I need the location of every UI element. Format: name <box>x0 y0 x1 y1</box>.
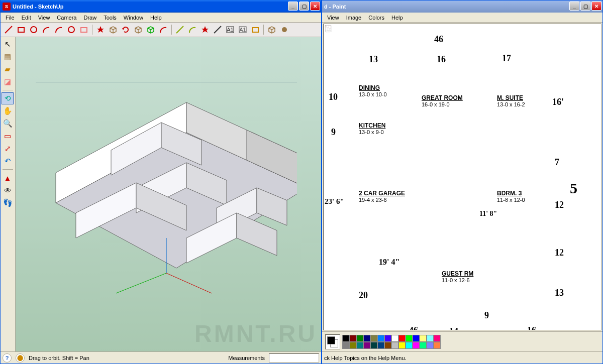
menu-image[interactable]: Image <box>343 14 365 22</box>
palette-color[interactable] <box>398 342 406 349</box>
paint-bucket-tool[interactable]: ▰ <box>2 63 14 75</box>
info-icon[interactable]: ⬤ <box>16 353 25 362</box>
protractor-tool[interactable] <box>186 24 198 36</box>
paint-canvas[interactable]: DINING13-0 x 10-0GREAT ROOM16-0 x 19-0M.… <box>323 24 601 330</box>
menu-help[interactable]: Help <box>388 14 406 22</box>
tape-tool[interactable] <box>174 24 186 36</box>
rectangle-tool[interactable] <box>15 24 27 36</box>
palette-color[interactable] <box>342 342 349 349</box>
palette-color[interactable] <box>370 335 377 342</box>
menu-draw[interactable]: Draw <box>80 14 99 22</box>
rotate-tool[interactable] <box>120 24 132 36</box>
paint-titlebar[interactable]: d - Paint _ ▢ ✕ <box>322 1 602 13</box>
menu-camera[interactable]: Camera <box>54 14 79 22</box>
component-tool[interactable] <box>266 24 278 36</box>
3dtext-tool[interactable]: A1 <box>237 24 249 36</box>
measurements-label: Measurements <box>228 355 265 361</box>
palette-color[interactable] <box>370 342 377 349</box>
orbit-tool[interactable]: ⟲ <box>2 92 14 104</box>
menu-colors[interactable]: Colors <box>365 14 387 22</box>
arc-tool[interactable] <box>40 24 52 36</box>
svg-marker-27 <box>237 213 277 256</box>
polygon-tool[interactable] <box>65 24 77 36</box>
palette-color[interactable] <box>427 335 434 342</box>
previous-view-tool[interactable]: ↶ <box>2 155 14 167</box>
freehand-tool[interactable] <box>53 24 65 36</box>
palette-color[interactable] <box>356 342 363 349</box>
axes-tool[interactable] <box>199 24 211 36</box>
palette-color[interactable] <box>363 335 370 342</box>
palette-color[interactable] <box>384 342 391 349</box>
circle-tool[interactable] <box>28 24 40 36</box>
make-component-tool[interactable]: ▦ <box>2 51 14 63</box>
look-around-tool[interactable]: 👁 <box>2 184 14 196</box>
menu-view[interactable]: View <box>35 14 53 22</box>
menu-window[interactable]: Window <box>121 14 146 22</box>
palette-color[interactable] <box>377 342 384 349</box>
zoom-extents-tool[interactable]: ⤢ <box>2 143 14 155</box>
paint-title: d - Paint <box>324 4 346 10</box>
position-camera-tool[interactable]: ▲ <box>2 172 14 184</box>
palette-color[interactable] <box>349 335 356 342</box>
status-hint: Drag to orbit. Shift = Pan <box>29 355 129 361</box>
palette-color[interactable] <box>391 342 398 349</box>
palette-color[interactable] <box>420 335 427 342</box>
pushpull-tool[interactable] <box>107 24 119 36</box>
zoom-tool[interactable]: 🔍 <box>2 117 14 130</box>
palette-color[interactable] <box>413 335 420 342</box>
menu-tools[interactable]: Tools <box>100 14 120 22</box>
measurements-field[interactable] <box>269 353 319 362</box>
minimize-button[interactable]: _ <box>569 2 579 11</box>
svg-line-0 <box>5 26 12 33</box>
move-tool[interactable] <box>94 24 107 36</box>
palette-color[interactable] <box>363 342 370 349</box>
close-button[interactable]: ✕ <box>310 2 320 11</box>
palette-color[interactable] <box>434 342 441 349</box>
palette-color[interactable] <box>349 342 356 349</box>
pan-tool[interactable]: ✋ <box>2 105 14 117</box>
current-colors[interactable] <box>325 334 340 349</box>
palette-color[interactable] <box>406 335 413 342</box>
paint-menubar: ViewImageColorsHelp <box>322 13 602 23</box>
palette-color[interactable] <box>406 342 413 349</box>
palette-color[interactable] <box>398 335 406 342</box>
followme-tool[interactable] <box>132 24 144 36</box>
dimension-annotation: 46 <box>434 34 443 45</box>
maximize-button[interactable]: ▢ <box>580 2 590 11</box>
sketchup-titlebar[interactable]: S Untitled - SketchUp _ ▢ ✕ <box>1 1 321 13</box>
scale-tool[interactable] <box>145 24 157 36</box>
svg-rect-44 <box>329 26 331 29</box>
dimension-tool[interactable] <box>212 24 224 36</box>
paint-tool[interactable] <box>278 24 290 36</box>
help-icon[interactable]: ? <box>3 353 12 362</box>
palette-color[interactable] <box>377 335 384 342</box>
eraser-tool[interactable] <box>78 24 90 36</box>
palette-color[interactable] <box>384 335 391 342</box>
palette-color[interactable] <box>391 335 398 342</box>
dimension-annotation: 5 <box>570 180 577 197</box>
line-tool[interactable] <box>3 24 15 36</box>
dimension-annotation: 23' 6" <box>325 197 344 206</box>
palette-color[interactable] <box>427 342 434 349</box>
maximize-button[interactable]: ▢ <box>299 2 309 11</box>
palette-color[interactable] <box>413 342 420 349</box>
section-tool[interactable] <box>249 24 261 36</box>
palette-color[interactable] <box>420 342 427 349</box>
select-tool[interactable]: ↖ <box>2 38 14 50</box>
menu-file[interactable]: File <box>3 14 18 22</box>
menu-view[interactable]: View <box>324 14 342 22</box>
close-button[interactable]: ✕ <box>591 2 601 11</box>
palette-color[interactable] <box>434 335 441 342</box>
eraser-tool[interactable]: ◪ <box>2 76 14 88</box>
palette-color[interactable] <box>342 335 349 342</box>
offset-tool[interactable] <box>157 24 169 36</box>
walk-tool[interactable]: 👣 <box>2 197 14 209</box>
palette-color[interactable] <box>356 335 363 342</box>
paint-status-hint: ck Help Topics on the Help Menu. <box>324 355 407 361</box>
text-tool[interactable]: A1 <box>224 24 236 36</box>
sketchup-viewport[interactable]: RMNT.RU <box>16 37 321 351</box>
menu-help[interactable]: Help <box>147 14 165 22</box>
minimize-button[interactable]: _ <box>288 2 298 11</box>
menu-edit[interactable]: Edit <box>19 14 34 22</box>
zoom-window-tool[interactable]: ▭ <box>2 130 14 142</box>
